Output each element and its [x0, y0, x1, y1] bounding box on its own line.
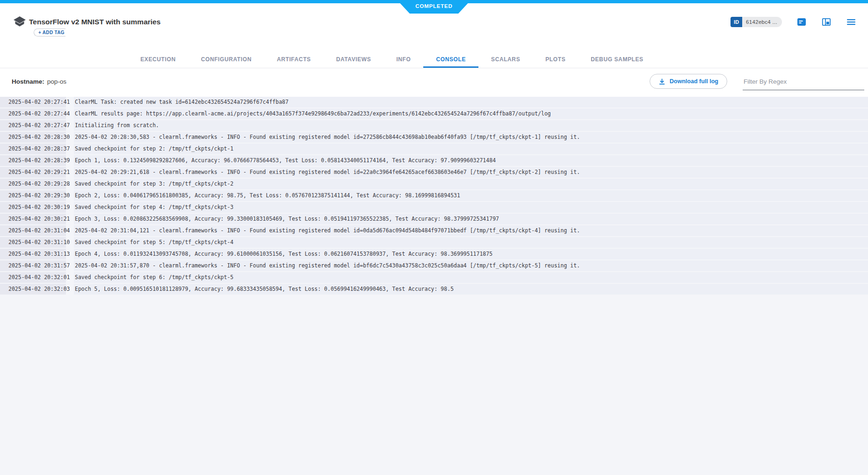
menu-icon[interactable] — [846, 17, 856, 27]
add-tag-button[interactable]: + ADD TAG — [34, 29, 65, 36]
log-message: Epoch 5, Loss: 0.009516510181128979, Acc… — [74, 284, 868, 295]
experiment-type-icon — [11, 14, 28, 30]
log-message: Epoch 4, Loss: 0.011932413093745708, Acc… — [74, 249, 868, 259]
log-timestamp: 2025-04-02 20:30:21 — [0, 214, 66, 224]
log-message: 2025-04-02 20:31:04,121 - clearml.framew… — [74, 225, 868, 236]
log-row: 2025-04-02 20:28:302025-04-02 20:28:30,5… — [0, 132, 868, 143]
log-message: Epoch 1, Loss: 0.13245098292827606, Accu… — [74, 155, 868, 166]
log-timestamp: 2025-04-02 20:27:41 — [0, 97, 66, 108]
log-row: 2025-04-02 20:27:41ClearML Task: created… — [0, 97, 868, 108]
tab-info[interactable]: INFO — [383, 52, 423, 68]
id-value: 6142ebc4 ... — [742, 17, 782, 27]
page-title: TensorFlow v2 MNIST with summaries — [29, 18, 160, 26]
console-toolbar: Hostname:pop-os Download full log — [0, 69, 868, 97]
log-message: ClearML results page: https://app.clearm… — [74, 108, 868, 119]
tab-console[interactable]: CONSOLE — [423, 52, 478, 68]
log-timestamp: 2025-04-02 20:31:13 — [0, 249, 66, 259]
log-message: 2025-04-02 20:31:57,870 - clearml.framew… — [74, 260, 868, 271]
log-timestamp: 2025-04-02 20:29:21 — [0, 167, 66, 178]
hostname: Hostname:pop-os — [12, 78, 66, 85]
id-label: ID — [731, 17, 742, 27]
log-row: 2025-04-02 20:32:01Saved checkpoint for … — [0, 272, 868, 283]
log-column-gap — [66, 237, 74, 248]
log-row: 2025-04-02 20:27:47Initializing from scr… — [0, 120, 868, 131]
log-message: Saved checkpoint for step 5: /tmp/tf_ckp… — [74, 237, 868, 248]
log-column-gap — [66, 249, 74, 259]
log-timestamp: 2025-04-02 20:32:03 — [0, 284, 66, 295]
log-row: 2025-04-02 20:30:21Epoch 3, Loss: 0.0208… — [0, 214, 868, 224]
log-timestamp: 2025-04-02 20:32:01 — [0, 272, 66, 283]
tab-dataviews[interactable]: DATAVIEWS — [324, 52, 384, 68]
log-column-gap — [66, 108, 74, 119]
log-row: 2025-04-02 20:28:39Epoch 1, Loss: 0.1324… — [0, 155, 868, 166]
log-message: Epoch 2, Loss: 0.040617965161800385, Acc… — [74, 190, 868, 201]
tab-artifacts[interactable]: ARTIFACTS — [264, 52, 324, 68]
log-message: Saved checkpoint for step 2: /tmp/tf_ckp… — [74, 144, 868, 154]
log-column-gap — [66, 167, 74, 178]
download-full-log-button[interactable]: Download full log — [650, 74, 727, 89]
log-row: 2025-04-02 20:28:37Saved checkpoint for … — [0, 144, 868, 154]
tab-bar: EXECUTIONCONFIGURATIONARTIFACTSDATAVIEWS… — [0, 52, 826, 68]
tab-scalars[interactable]: SCALARS — [478, 52, 533, 68]
log-row: 2025-04-02 20:31:10Saved checkpoint for … — [0, 237, 868, 248]
download-label: Download full log — [670, 78, 718, 85]
filter-regex-input[interactable] — [743, 73, 864, 90]
log-column-gap — [66, 120, 74, 131]
download-icon — [658, 78, 665, 85]
log-column-gap — [66, 272, 74, 283]
log-row: 2025-04-02 20:29:212025-04-02 20:29:21,6… — [0, 167, 868, 178]
log-column-gap — [66, 155, 74, 166]
log-row: 2025-04-02 20:31:13Epoch 4, Loss: 0.0119… — [0, 249, 868, 259]
log-timestamp: 2025-04-02 20:29:30 — [0, 190, 66, 201]
log-row: 2025-04-02 20:29:28Saved checkpoint for … — [0, 179, 868, 189]
log-timestamp: 2025-04-02 20:30:19 — [0, 202, 66, 213]
status-badge: COMPLETED — [397, 0, 471, 14]
tab-configuration[interactable]: CONFIGURATION — [188, 52, 264, 68]
log-column-gap — [66, 214, 74, 224]
log-timestamp: 2025-04-02 20:31:04 — [0, 225, 66, 236]
log-column-gap — [66, 97, 74, 108]
log-timestamp: 2025-04-02 20:28:30 — [0, 132, 66, 143]
log-timestamp: 2025-04-02 20:31:10 — [0, 237, 66, 248]
log-row: 2025-04-02 20:29:30Epoch 2, Loss: 0.0406… — [0, 190, 868, 201]
log-message: Epoch 3, Loss: 0.020863225683569908, Acc… — [74, 214, 868, 224]
log-column-gap — [66, 260, 74, 271]
log-row: 2025-04-02 20:30:19Saved checkpoint for … — [0, 202, 868, 213]
log-row: 2025-04-02 20:27:44ClearML results page:… — [0, 108, 868, 119]
log-timestamp: 2025-04-02 20:27:47 — [0, 120, 66, 131]
header-actions: ID 6142ebc4 ... — [731, 16, 856, 28]
log-timestamp: 2025-04-02 20:29:28 — [0, 179, 66, 189]
log-column-gap — [66, 284, 74, 295]
task-id-badge[interactable]: ID 6142ebc4 ... — [731, 17, 782, 27]
log-timestamp: 2025-04-02 20:28:37 — [0, 144, 66, 154]
hostname-value: pop-os — [47, 78, 66, 85]
log-timestamp: 2025-04-02 20:31:57 — [0, 260, 66, 271]
layout-panel-icon[interactable] — [821, 17, 832, 27]
log-column-gap — [66, 132, 74, 143]
hostname-label: Hostname: — [12, 78, 44, 85]
log-row: 2025-04-02 20:31:572025-04-02 20:31:57,8… — [0, 260, 868, 271]
log-column-gap — [66, 225, 74, 236]
log-message: Saved checkpoint for step 4: /tmp/tf_ckp… — [74, 202, 868, 213]
log-column-gap — [66, 202, 74, 213]
log-message: Saved checkpoint for step 3: /tmp/tf_ckp… — [74, 179, 868, 189]
log-column-gap — [66, 179, 74, 189]
tab-plots[interactable]: PLOTS — [533, 52, 578, 68]
log-row: 2025-04-02 20:31:042025-04-02 20:31:04,1… — [0, 225, 868, 236]
tab-execution[interactable]: EXECUTION — [128, 52, 188, 68]
console-log[interactable]: 2025-04-02 20:27:41ClearML Task: created… — [0, 97, 868, 475]
log-message: ClearML Task: created new task id=6142eb… — [74, 97, 868, 108]
log-message: Saved checkpoint for step 6: /tmp/tf_ckp… — [74, 272, 868, 283]
log-timestamp: 2025-04-02 20:28:39 — [0, 155, 66, 166]
log-message: 2025-04-02 20:28:30,583 - clearml.framew… — [74, 132, 868, 143]
log-timestamp: 2025-04-02 20:27:44 — [0, 108, 66, 119]
log-column-gap — [66, 190, 74, 201]
log-row: 2025-04-02 20:32:03Epoch 5, Loss: 0.0095… — [0, 284, 868, 295]
log-message: Initializing from scratch. — [74, 120, 868, 131]
tab-debug-samples[interactable]: DEBUG SAMPLES — [578, 52, 656, 68]
log-message: 2025-04-02 20:29:21,618 - clearml.framew… — [74, 167, 868, 178]
log-column-gap — [66, 144, 74, 154]
details-panel-icon[interactable] — [796, 17, 807, 27]
add-tag-label: + ADD TAG — [38, 30, 65, 35]
